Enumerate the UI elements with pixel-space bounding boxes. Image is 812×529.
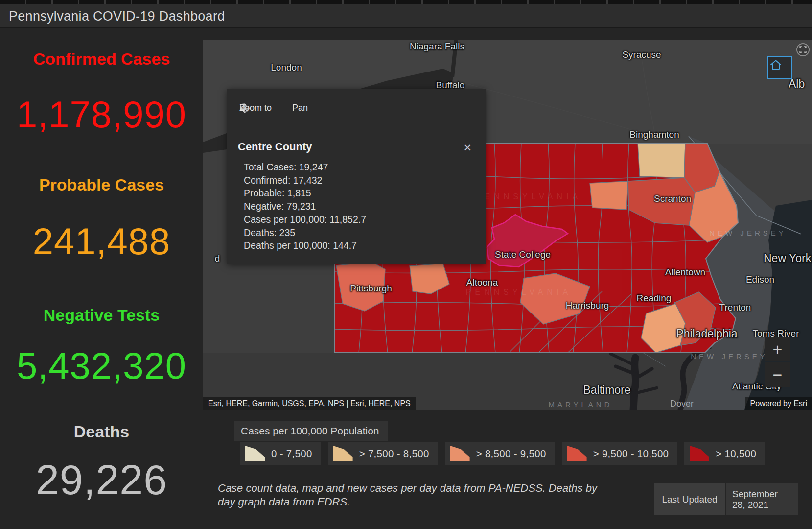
last-updated-value: September 28, 2021 bbox=[726, 483, 798, 515]
legend-item-label: > 7,500 - 8,500 bbox=[359, 448, 429, 459]
pan-button[interactable]: Pan bbox=[292, 103, 308, 113]
home-button[interactable] bbox=[767, 56, 792, 79]
map-popup: Zoom to Pan Centre County ✕ Total Cases:… bbox=[227, 89, 486, 264]
legend-item: > 9,500 - 10,500 bbox=[562, 442, 677, 465]
stat-label: Deaths bbox=[0, 422, 203, 441]
popup-row: Probable: 1,815 bbox=[244, 187, 366, 200]
popup-row: Cases per 100,000: 11,852.7 bbox=[244, 213, 366, 226]
popup-row: Deaths per 100,000: 144.7 bbox=[244, 239, 366, 252]
zoom-in-button[interactable]: + bbox=[765, 337, 790, 361]
popup-row: Confirmed: 17,432 bbox=[244, 174, 366, 187]
stat-value: 1,178,990 bbox=[0, 93, 203, 136]
data-source-note: Case count data, map and new cases per d… bbox=[218, 481, 614, 509]
legend-item: > 10,500 bbox=[684, 442, 765, 465]
app-header: Pennsylvania COVID-19 Dashboard bbox=[0, 4, 812, 28]
map-canvas[interactable]: LondonNiagara FallsBuffaloSyracuseBingha… bbox=[203, 40, 812, 410]
popup-title: Centre County bbox=[238, 141, 312, 153]
dashboard: Pennsylvania COVID-19 Dashboard Confirme… bbox=[0, 0, 812, 529]
legend-item-label: > 8,500 - 9,500 bbox=[476, 448, 546, 459]
legend-item: > 7,500 - 8,500 bbox=[328, 442, 438, 465]
stat-label: Confirmed Cases bbox=[0, 49, 203, 69]
zoom-out-button[interactable]: − bbox=[765, 362, 790, 387]
legend: 0 - 7,500> 7,500 - 8,500> 8,500 - 9,500>… bbox=[240, 442, 765, 465]
pan-label: Pan bbox=[292, 103, 308, 113]
top-ticks bbox=[0, 0, 812, 4]
legend-item: > 8,500 - 9,500 bbox=[445, 442, 555, 465]
stat-label: Probable Cases bbox=[0, 175, 203, 194]
popup-row: Negative: 79,231 bbox=[244, 200, 366, 213]
popup-row: Deaths: 235 bbox=[244, 226, 366, 240]
map-attribution: Esri, HERE, Garmin, USGS, EPA, NPS | Esr… bbox=[203, 397, 416, 410]
stat-label: Negative Tests bbox=[0, 306, 203, 325]
popup-row: Total Cases: 19,247 bbox=[244, 161, 366, 174]
legend-swatch-icon bbox=[245, 446, 265, 461]
legend-item-label: > 9,500 - 10,500 bbox=[593, 448, 669, 459]
legend-item: 0 - 7,500 bbox=[240, 442, 321, 465]
popup-divider bbox=[227, 127, 486, 127]
expand-icon bbox=[799, 46, 807, 54]
legend-item-label: 0 - 7,500 bbox=[271, 448, 312, 459]
pan-icon bbox=[239, 103, 250, 114]
stat-value: 5,432,320 bbox=[0, 344, 203, 387]
legend-swatch-icon bbox=[690, 446, 709, 461]
close-icon[interactable]: ✕ bbox=[463, 142, 472, 154]
legend-swatch-icon bbox=[333, 446, 353, 461]
last-updated: Last Updated September 28, 2021 bbox=[654, 483, 798, 515]
legend-swatch-icon bbox=[567, 446, 587, 461]
page-title: Pennsylvania COVID-19 Dashboard bbox=[9, 8, 225, 24]
home-icon bbox=[768, 57, 783, 72]
popup-stats: Total Cases: 19,247 Confirmed: 17,432 Pr… bbox=[244, 161, 366, 252]
stat-value: 29,226 bbox=[0, 456, 203, 504]
stat-value: 241,488 bbox=[0, 220, 203, 263]
legend-swatch-icon bbox=[450, 446, 470, 461]
last-updated-label: Last Updated bbox=[654, 483, 725, 515]
powered-by-esri: Powered by Esri bbox=[745, 397, 812, 410]
legend-title: Cases per 100,000 Population bbox=[234, 421, 388, 441]
expand-button[interactable] bbox=[796, 43, 810, 56]
zoom-controls: + − bbox=[765, 337, 790, 387]
legend-item-label: > 10,500 bbox=[716, 448, 756, 459]
